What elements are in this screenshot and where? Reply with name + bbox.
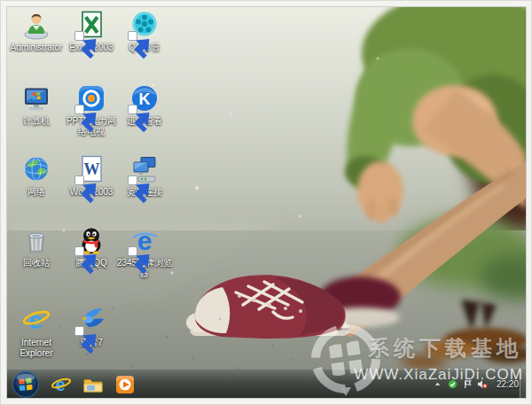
icon-label: Internet Explorer bbox=[7, 338, 66, 359]
taskbar-button-windows-explorer[interactable] bbox=[77, 371, 109, 398]
desktop-icon-word-2003[interactable]: W Word 2003 bbox=[64, 154, 119, 198]
blue-bird-icon bbox=[76, 305, 106, 335]
internet-explorer-icon: e bbox=[51, 374, 72, 395]
desktop-icon-broadband[interactable]: 宽带连接 bbox=[117, 154, 172, 198]
tray-icon-green-status[interactable] bbox=[447, 378, 458, 390]
desktop-icon-pptv[interactable]: PPTV聚力网络电视 bbox=[64, 83, 119, 137]
shortcut-arrow-badge bbox=[74, 105, 84, 114]
recycle-bin-icon bbox=[21, 225, 51, 255]
film-reel-icon bbox=[129, 10, 160, 40]
taskbar[interactable]: e bbox=[7, 370, 526, 398]
excel-icon bbox=[76, 10, 106, 40]
desktop-icon-network[interactable]: 网络 bbox=[9, 154, 64, 198]
icon-label: Administrator bbox=[7, 43, 66, 53]
taskbar-clock[interactable]: 22:20 bbox=[497, 379, 519, 389]
taskbar-button-windows-media-player[interactable] bbox=[109, 371, 141, 398]
shortcut-arrow-badge bbox=[74, 175, 84, 185]
shortcut-arrow-badge bbox=[128, 246, 137, 256]
icon-label: 回收站 bbox=[7, 258, 66, 269]
word-icon: W bbox=[76, 154, 106, 184]
broadband-connection-icon bbox=[129, 154, 160, 184]
media-player-icon bbox=[114, 374, 136, 395]
svg-text:e: e bbox=[55, 375, 65, 394]
blue-e-browser-icon: e bbox=[129, 225, 160, 255]
windows-orb-icon bbox=[12, 370, 40, 399]
k-letter-icon: K bbox=[129, 83, 160, 113]
shortcut-arrow-badge bbox=[128, 31, 137, 41]
pptv-icon bbox=[76, 83, 106, 113]
screenshot-frame: Administrator Excel 2003 QQ影音 bbox=[0, 0, 532, 405]
shortcut-arrow-badge bbox=[74, 246, 84, 256]
desktop-icon-qq-player[interactable]: QQ影音 bbox=[117, 10, 172, 53]
svg-text:W: W bbox=[84, 160, 100, 178]
shortcut-arrow-badge bbox=[74, 31, 84, 41]
desktop-icon-tencent-qq[interactable]: 腾讯QQ bbox=[64, 225, 119, 269]
desktop[interactable]: Administrator Excel 2003 QQ影音 bbox=[7, 7, 526, 398]
desktop-icon-excel-2003[interactable]: Excel 2003 bbox=[64, 10, 119, 53]
shortcut-arrow-badge bbox=[128, 175, 137, 185]
shortcut-arrow-badge bbox=[74, 326, 84, 336]
desktop-icon-recycle-bin[interactable]: 回收站 bbox=[9, 225, 64, 269]
system-tray[interactable]: 22:20 bbox=[432, 370, 519, 398]
desktop-icon-internet-explorer[interactable]: e Internet Explorer bbox=[9, 305, 64, 359]
shortcut-arrow-badge bbox=[128, 105, 137, 114]
user-account-icon bbox=[21, 10, 51, 40]
desktop-icon-administrator[interactable]: Administrator bbox=[9, 10, 64, 53]
volume-error-icon[interactable] bbox=[477, 378, 489, 390]
show-hidden-icons-button[interactable] bbox=[432, 378, 443, 390]
folder-icon bbox=[82, 374, 104, 395]
icon-label: 网络 bbox=[7, 187, 66, 198]
desktop-icon-2345-browser[interactable]: e 2345王牌浏览器 bbox=[117, 225, 172, 279]
globe-icon bbox=[21, 154, 51, 184]
desktop-icon-xunlei-kankan[interactable]: K 迅雷看看 bbox=[117, 83, 172, 127]
desktop-icon-xunlei-7[interactable]: 迅雷7 bbox=[64, 305, 119, 348]
show-desktop-button[interactable] bbox=[520, 370, 526, 398]
icon-label: 计算机 bbox=[7, 116, 66, 127]
start-button[interactable] bbox=[12, 370, 40, 399]
computer-monitor-icon bbox=[21, 83, 51, 113]
internet-explorer-icon: e bbox=[21, 305, 51, 335]
qq-penguin-icon bbox=[76, 225, 106, 255]
taskbar-button-internet-explorer[interactable]: e bbox=[45, 371, 77, 398]
action-center-flag-icon[interactable] bbox=[462, 378, 473, 390]
desktop-icon-computer[interactable]: 计算机 bbox=[9, 83, 64, 127]
